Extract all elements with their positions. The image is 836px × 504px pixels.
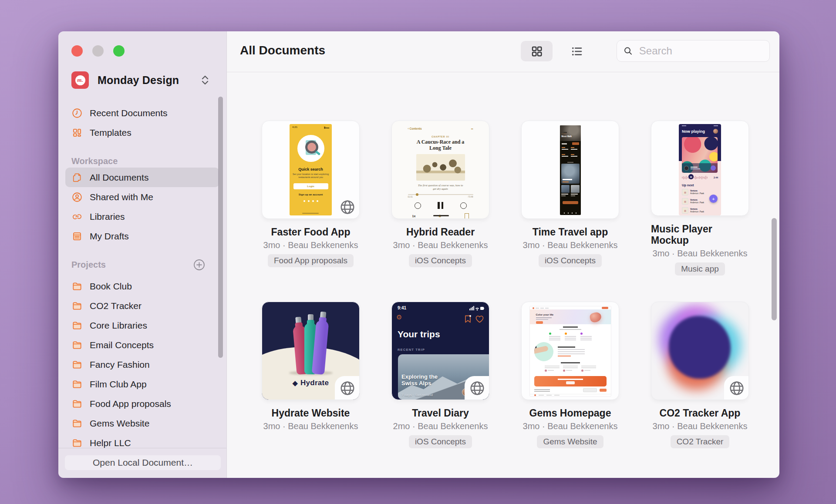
grid-view-toggle[interactable]	[521, 41, 553, 61]
sidebar-item-project[interactable]: Book Club	[58, 276, 219, 296]
sidebar-item-my-drafts[interactable]: My Drafts	[58, 226, 219, 246]
document-card: 9:41 ⚙ Your trips RECENT TRIP	[391, 302, 489, 457]
document-thumbnail[interactable]: ⬥Hydrate	[262, 302, 360, 400]
sidebar-scrollbar[interactable]	[218, 97, 223, 358]
illustration	[416, 154, 465, 181]
project-tag[interactable]: CO2 Tracker	[671, 435, 730, 448]
document-meta: 3mo · Beau Bekkenenks	[263, 421, 358, 431]
list-view-toggle[interactable]	[566, 41, 588, 61]
sidebar-item-label: Shared with Me	[90, 192, 153, 202]
sidebar-item-label: Email Concepts	[90, 340, 154, 350]
workspace-avatar-initial: m.	[75, 75, 85, 85]
document-thumbnail[interactable]: UP NEXTMoon Walk	[521, 121, 619, 219]
sidebar-item-recent-documents[interactable]: Recent Documents	[58, 103, 219, 123]
sidebar-item-project[interactable]: Email Concepts	[58, 335, 219, 355]
document-meta: 3mo · Beau Bekkenenks	[523, 421, 618, 431]
sidebar-item-project[interactable]: Helpr LLC	[58, 433, 219, 448]
document-title[interactable]: Time Travel app	[533, 226, 608, 238]
globe-icon	[335, 376, 360, 400]
search-field[interactable]	[617, 40, 770, 62]
document-meta: 3mo · Beau Bekkenenks	[653, 421, 748, 431]
project-tag[interactable]: iOS Concepts	[539, 254, 602, 267]
thumbnail-art: UP NEXTMoon Walk	[560, 125, 581, 215]
project-tag[interactable]: Gems Website	[537, 435, 603, 448]
close-window-button[interactable]	[71, 45, 83, 57]
sidebar-item-label: Helpr LLC	[90, 438, 131, 448]
main-scrollbar[interactable]	[772, 218, 777, 320]
document-title[interactable]: Hydrate Website	[272, 407, 350, 419]
search-icon	[623, 45, 633, 57]
document-title[interactable]: Travel Diary	[412, 407, 469, 419]
sidebar-item-label: Fancy Fashion	[90, 360, 150, 370]
document-thumbnail[interactable]	[651, 302, 749, 400]
document-card: 4:21▮▴▬ Quick search Set your location t…	[262, 121, 360, 276]
document-thumbnail[interactable]: 4:21▮▴▬ Quick search Set your location t…	[262, 121, 360, 219]
sidebar-footer: Open Local Document…	[58, 448, 226, 478]
sidebar-item-templates[interactable]: Templates	[58, 123, 219, 142]
sidebar-item-all-documents[interactable]: All Documents	[65, 168, 219, 187]
folder-icon	[71, 398, 83, 410]
document-card: Now playing ▮▮ 2:44 Up next	[651, 121, 749, 276]
sidebar-item-label: My Drafts	[90, 231, 129, 242]
thumbnail-art: Now playing ▮▮ 2:44 Up next	[679, 124, 721, 215]
sidebar-item-project[interactable]: Fancy Fashion	[58, 355, 219, 374]
search-input[interactable]	[638, 44, 763, 57]
workspace-avatar: m.	[71, 71, 89, 89]
document-card: Color your life	[521, 302, 619, 457]
status-bar-icons	[469, 306, 484, 311]
document-card: CO2 Tracker App 3mo · Beau Bekkenenks CO…	[651, 302, 749, 457]
folder-icon	[71, 281, 83, 292]
minimize-window-button[interactable]	[92, 45, 104, 57]
documents-icon	[71, 172, 83, 183]
document-title[interactable]: Faster Food App	[271, 226, 351, 238]
document-title[interactable]: Music Player Mockup	[651, 223, 749, 246]
document-thumbnail[interactable]: ‹ Contents∞ CHAPTER III A Caucus-Race an…	[391, 121, 489, 219]
sidebar-section-projects: Projects	[58, 258, 226, 271]
desktop: { "colors": { "accent_orange": "#ED7633"…	[0, 0, 836, 504]
sidebar-item-libraries[interactable]: Libraries	[58, 207, 219, 226]
documents-grid: 4:21▮▴▬ Quick search Set your location t…	[262, 121, 749, 457]
sidebar-item-label: Food App proposals	[90, 399, 171, 409]
thumbnail-art	[666, 314, 735, 383]
notepad-icon	[71, 231, 83, 242]
window-controls	[71, 45, 125, 57]
page-title: All Documents	[240, 44, 325, 57]
sidebar-item-project[interactable]: Food App proposals	[58, 394, 219, 413]
sidebar-scroll-area: Recent Documents Templates Workspace All…	[58, 89, 226, 448]
project-tag[interactable]: iOS Concepts	[409, 435, 472, 448]
document-meta: 2mo · Beau Bekkenenks	[393, 421, 488, 431]
workspace-switcher[interactable]: m. Monday Design	[71, 71, 218, 89]
sidebar-item-label: Templates	[90, 128, 131, 138]
documents-grid-area: 4:21▮▴▬ Quick search Set your location t…	[227, 72, 779, 478]
zoom-window-button[interactable]	[113, 45, 125, 57]
globe-icon	[724, 376, 749, 400]
open-local-document-button[interactable]: Open Local Document…	[65, 455, 221, 470]
document-thumbnail[interactable]: 9:41 ⚙ Your trips RECENT TRIP	[391, 302, 489, 400]
workspace-name: Monday Design	[98, 74, 179, 87]
sidebar-item-project[interactable]: Core Libraries	[58, 316, 219, 335]
sidebar-item-project[interactable]: Gems Website	[58, 413, 219, 433]
project-tag[interactable]: Food App proposals	[268, 254, 354, 267]
templates-icon	[71, 127, 83, 138]
chevron-up-down-icon[interactable]	[200, 74, 210, 86]
document-card: ⬥Hydrate Hydrate Website 3mo · Beau Bekk…	[262, 302, 360, 457]
add-project-button[interactable]	[193, 259, 206, 271]
sidebar-item-project[interactable]: CO2 Tracker	[58, 296, 219, 316]
document-thumbnail[interactable]: Now playing ▮▮ 2:44 Up next	[651, 121, 749, 216]
thumbnail-art: Color your life	[529, 306, 611, 396]
toolbar: All Documents	[227, 31, 779, 72]
document-title[interactable]: CO2 Tracker App	[660, 407, 741, 419]
project-tag[interactable]: iOS Concepts	[409, 254, 472, 267]
sidebar-item-shared-with-me[interactable]: Shared with Me	[58, 187, 219, 207]
sidebar-item-label: All Documents	[90, 172, 148, 183]
folder-icon	[71, 300, 83, 312]
sidebar-item-project[interactable]: Film Club App	[58, 374, 219, 394]
document-thumbnail[interactable]: Color your life	[521, 302, 619, 400]
folder-icon	[71, 418, 83, 429]
project-tag[interactable]: Music app	[675, 262, 725, 276]
settings-gear-icon: ⚙	[396, 313, 402, 321]
document-title[interactable]: Gems Homepage	[529, 407, 611, 419]
document-title[interactable]: Hybrid Reader	[406, 226, 475, 238]
globe-icon	[465, 376, 489, 400]
thumbnail-art: 4:21▮▴▬ Quick search Set your location t…	[290, 124, 332, 215]
